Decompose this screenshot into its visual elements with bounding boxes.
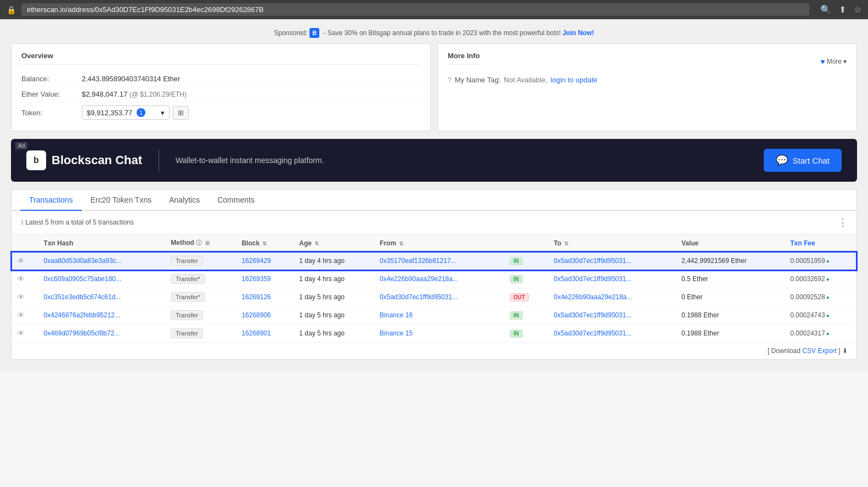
txn-hash-link[interactable]: 0xc609a0905c75abe180... (44, 275, 121, 283)
txn-hash-link[interactable]: 0x4246876a2febb95212... (44, 311, 120, 319)
ad-label: Ad (15, 142, 27, 149)
from-link[interactable]: 0x4e226b90aaa29e218a... (380, 275, 458, 283)
eye-icon[interactable]: 👁 (17, 275, 25, 283)
green-dot-icon: ● (826, 312, 830, 318)
value-cell: 2,442.99921569 Ether (676, 252, 785, 270)
csv-export-link[interactable]: CSV Export (802, 347, 837, 355)
tab-comments[interactable]: Comments (208, 190, 263, 211)
browser-bar: 🔒 etherscan.io/address/0x5Ad30D7Ec1Ff9D9… (0, 0, 868, 19)
csv-download-bar: [ Download CSV Export ] ⬇ (12, 342, 856, 359)
txn-fee-cell: 0.00051959● (785, 252, 856, 270)
balance-value: 2,443.895890403740314 Ether (82, 75, 420, 83)
to-link[interactable]: 0x5ad30d7ec1ff9d95031... (554, 311, 632, 319)
direction-in-badge: IN (510, 329, 523, 338)
block-link[interactable]: 16268906 (241, 311, 270, 319)
from-link[interactable]: Binance 15 (380, 329, 413, 337)
block-cell: 16269429 (236, 252, 294, 270)
token-dropdown[interactable]: $9,912,353.77 1 ▾ (82, 105, 170, 120)
from-link[interactable]: Binance 16 (380, 311, 413, 319)
eye-cell: 👁 (12, 252, 38, 270)
tab-transactions[interactable]: Transactions (20, 190, 82, 211)
method-cell: Transfer (165, 252, 236, 270)
txn-fee-value: 0.00024743 (790, 311, 825, 319)
block-link[interactable]: 16269429 (241, 257, 270, 265)
th-age: Age ⇅ (294, 234, 374, 252)
eye-icon[interactable]: 👁 (17, 256, 25, 265)
value-text: 0.5 Ether (681, 275, 708, 283)
transactions-table: Txn Hash Method ⓘ ⊞ Block ⇅ Age ⇅ From ⇅… (12, 234, 856, 342)
method-badge: Transfer (171, 310, 203, 320)
eye-icon[interactable]: 👁 (17, 311, 25, 320)
value-cell: 0.1988 Ether (676, 306, 785, 324)
txn-fee-value: 0.00032692 (790, 275, 825, 283)
th-eye (12, 234, 38, 252)
value-text: 0 Ether (681, 293, 703, 301)
from-cell: 0x4e226b90aaa29e218a... (374, 270, 502, 288)
token-select: $9,912,353.77 1 ▾ ⊞ (82, 105, 189, 120)
txn-fee-cell: 0.00024743● (785, 306, 856, 324)
login-link[interactable]: login to update (551, 76, 598, 84)
from-link[interactable]: 0x5ad30d7ec1ff9d95031... (380, 293, 458, 301)
tab-analytics[interactable]: Analytics (160, 190, 208, 211)
to-cell: 0x5ad30d7ec1ff9d95031... (548, 324, 676, 343)
txn-hash-link[interactable]: 0xaa80d53d0a83e3a93c... (44, 257, 122, 265)
block-link[interactable]: 16268901 (241, 329, 270, 337)
share-icon[interactable]: ⬆ (839, 4, 846, 15)
to-link[interactable]: 0x5ad30d7ec1ff9d95031... (554, 275, 632, 283)
bookmark-icon[interactable]: ☆ (854, 4, 861, 15)
from-cell: Binance 16 (374, 306, 502, 324)
value-text: 2,442.99921569 Ether (681, 257, 747, 265)
to-link[interactable]: 0x5ad30d7ec1ff9d95031... (554, 329, 632, 337)
token-copy-button[interactable]: ⊞ (173, 106, 189, 120)
search-icon[interactable]: 🔍 (820, 4, 831, 15)
to-link[interactable]: 0x4e226b90aaa29e218a... (554, 293, 632, 301)
more-options-icon[interactable]: ⋮ (838, 216, 848, 228)
table-row: 👁 0xc609a0905c75abe180... Transfer* 1626… (12, 270, 856, 288)
table-row: 👁 0x4246876a2febb95212... Transfer 16268… (12, 306, 856, 324)
ether-value-label: Ether Value: (21, 90, 82, 98)
token-label: Token: (21, 109, 82, 117)
green-dot-icon: ● (826, 294, 830, 300)
from-cell: 0x35170eaf1326b81217... (374, 252, 502, 270)
eye-cell: 👁 (12, 288, 38, 306)
eye-icon[interactable]: 👁 (17, 293, 25, 301)
txn-hash-link[interactable]: 0xc351e3edb5c674c61d... (44, 293, 121, 301)
panels-row: Overview Balance: 2,443.895890403740314 … (11, 43, 857, 131)
th-block: Block ⇅ (236, 234, 294, 252)
direction-cell: OUT (502, 288, 548, 306)
more-info-title: More Info (448, 52, 480, 65)
table-row: 👁 0xaa80d53d0a83e3a93c... Transfer 16269… (12, 252, 856, 270)
banner-divider (159, 149, 159, 171)
block-link[interactable]: 16269359 (241, 275, 270, 283)
sponsored-link[interactable]: Join Now! (562, 29, 594, 37)
to-link[interactable]: 0x5ad30d7ec1ff9d95031... (554, 257, 632, 265)
start-chat-button[interactable]: 💬 Start Chat (764, 149, 842, 172)
block-cell: 16268906 (236, 306, 294, 324)
to-cell: 0x5ad30d7ec1ff9d95031... (548, 252, 676, 270)
ether-value-row: Ether Value: $2,948,047.17 (@ $1,206.29/… (21, 87, 420, 102)
txn-fee-value: 0.00051959 (790, 257, 825, 265)
th-txn-hash: Txn Hash (38, 234, 166, 252)
more-button[interactable]: ♥ More ▾ (820, 57, 847, 66)
url-bar[interactable]: etherscan.io/address/0x5Ad30D7Ec1Ff9D950… (21, 3, 809, 16)
value-text: 0.1988 Ether (681, 329, 719, 337)
txn-hash-cell: 0xc609a0905c75abe180... (38, 270, 166, 288)
main-content: Sponsored: B - Save 30% on Bitsgap annua… (0, 19, 868, 371)
block-link[interactable]: 16269126 (241, 293, 270, 301)
value-cell: 0.5 Ether (676, 270, 785, 288)
to-cell: 0x5ad30d7ec1ff9d95031... (548, 306, 676, 324)
tab-erc20[interactable]: Erc20 Token Txns (82, 190, 161, 211)
th-value: Value (676, 234, 785, 252)
th-from: From ⇅ (374, 234, 502, 252)
eye-cell: 👁 (12, 270, 38, 288)
from-cell: Binance 15 (374, 324, 502, 343)
block-cell: 16268901 (236, 324, 294, 343)
blockscan-description: Wallet-to-wallet instant messaging platf… (176, 156, 753, 165)
value-cell: 0.1988 Ether (676, 324, 785, 343)
more-info-header: More Info ♥ More ▾ (448, 52, 847, 71)
from-link[interactable]: 0x35170eaf1326b81217... (380, 257, 456, 265)
txn-fee-cell: 0.00092528● (785, 288, 856, 306)
eye-icon[interactable]: 👁 (17, 329, 25, 338)
th-txn-fee: Txn Fee (785, 234, 856, 252)
txn-hash-link[interactable]: 0x469d07969b05cf8b72... (44, 329, 120, 337)
